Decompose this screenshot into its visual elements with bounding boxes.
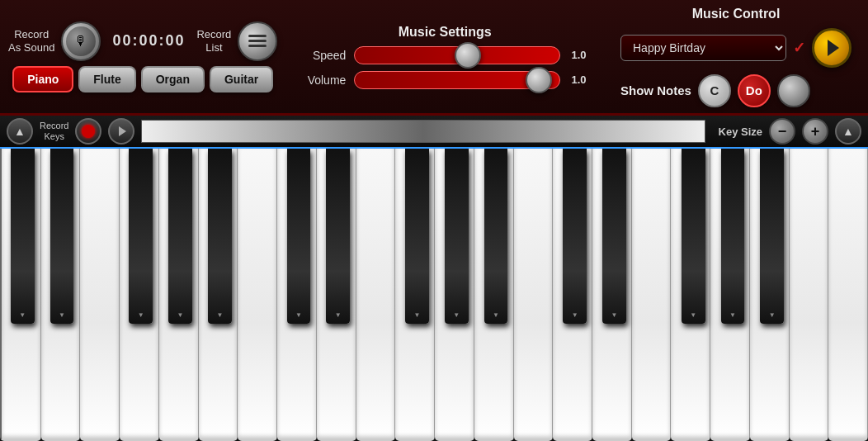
black-key-arrow-icon: ▼ <box>19 311 26 319</box>
black-key-arrow-icon: ▼ <box>493 311 499 319</box>
black-key-13[interactable]: ▼ <box>721 149 745 324</box>
black-key-11[interactable]: ▼ <box>602 149 626 324</box>
black-key-7[interactable]: ▼ <box>405 149 429 324</box>
volume-label: Volume <box>300 74 346 87</box>
record-keys-label: Record Keys <box>40 121 68 142</box>
volume-slider-thumb[interactable] <box>526 67 552 93</box>
music-settings-title: Music Settings <box>399 25 492 40</box>
list-icon <box>248 35 267 47</box>
top-buttons: Record As Sound 🎙 00:00:00 Record List <box>8 21 277 61</box>
record-list-label: Record List <box>196 28 231 54</box>
black-key-1[interactable]: ▼ <box>50 149 74 324</box>
white-key-2[interactable] <box>80 149 120 441</box>
flute-button[interactable]: Flute <box>78 66 135 92</box>
speed-slider-thumb[interactable] <box>455 42 481 69</box>
black-key-2[interactable]: ▼ <box>129 149 153 324</box>
speed-slider-row: Speed 1.0 <box>300 46 589 64</box>
black-key-6[interactable]: ▼ <box>326 149 350 324</box>
instrument-buttons: Piano Flute Organ Guitar <box>12 66 273 92</box>
play-button[interactable] <box>108 118 134 145</box>
speed-slider-track[interactable] <box>354 46 560 64</box>
black-key-9[interactable]: ▼ <box>484 149 508 324</box>
black-key-0[interactable]: ▼ <box>11 149 35 324</box>
microphone-icon: 🎙 <box>66 26 96 56</box>
key-size-increase-button[interactable]: + <box>802 118 828 145</box>
black-key-arrow-icon: ▼ <box>729 311 736 319</box>
black-key-arrow-icon: ▼ <box>572 311 578 319</box>
speed-value: 1.0 <box>568 49 589 61</box>
black-key-arrow-icon: ▼ <box>611 311 618 319</box>
black-key-arrow-icon: ▼ <box>177 311 184 319</box>
left-controls: Record As Sound 🎙 00:00:00 Record List P… <box>8 21 277 92</box>
black-key-12[interactable]: ▼ <box>682 149 705 324</box>
black-key-arrow-icon: ▼ <box>59 311 65 319</box>
volume-slider-track[interactable] <box>354 71 560 89</box>
black-key-arrow-icon: ▼ <box>216 311 223 319</box>
speed-label: Speed <box>300 49 346 62</box>
bottom-section: ▼▼▼▼▼▼▼▼▼▼▼▼▼▼▼ <box>0 149 868 441</box>
black-key-14[interactable]: ▼ <box>760 149 784 324</box>
mini-keyboard-display <box>141 120 705 143</box>
black-key-arrow-icon: ▼ <box>295 311 302 319</box>
checkmark-icon: ✓ <box>793 39 805 57</box>
record-button[interactable] <box>75 118 101 145</box>
black-key-4[interactable]: ▼ <box>208 149 232 324</box>
record-dot-icon <box>82 125 95 138</box>
black-key-5[interactable]: ▼ <box>287 149 311 324</box>
record-as-sound-button[interactable]: 🎙 <box>61 21 101 61</box>
white-key-13[interactable] <box>514 149 554 441</box>
white-key-20[interactable] <box>790 149 829 441</box>
white-key-6[interactable] <box>238 149 277 441</box>
key-size-decrease-button[interactable]: − <box>769 118 795 145</box>
record-bar: ▲ Record Keys Key Size − + ▲ <box>0 116 868 149</box>
notes-knob[interactable] <box>777 74 810 107</box>
music-settings-panel: Music Settings Speed 1.0 Volume 1.0 <box>284 18 606 96</box>
black-key-10[interactable]: ▼ <box>563 149 587 324</box>
play-song-button[interactable] <box>812 28 851 68</box>
black-key-arrow-icon: ▼ <box>413 311 420 319</box>
song-selector[interactable]: Happy Birtday <box>620 35 786 61</box>
black-key-8[interactable]: ▼ <box>445 149 469 324</box>
black-key-3[interactable]: ▼ <box>168 149 192 324</box>
volume-value: 1.0 <box>568 74 589 86</box>
scroll-right-button[interactable]: ▲ <box>835 118 861 145</box>
organ-button[interactable]: Organ <box>141 66 205 92</box>
song-row: Happy Birtday ✓ <box>620 28 851 68</box>
black-key-arrow-icon: ▼ <box>769 311 776 319</box>
music-control-panel: Music Control Happy Birtday ✓ Show Notes… <box>612 0 860 114</box>
black-key-arrow-icon: ▼ <box>453 311 460 319</box>
note-c-button[interactable]: C <box>698 74 731 107</box>
show-notes-row: Show Notes C Do <box>620 74 810 107</box>
black-key-arrow-icon: ▼ <box>138 311 144 319</box>
white-key-9[interactable] <box>356 149 396 441</box>
show-notes-label: Show Notes <box>620 83 691 97</box>
record-list-button[interactable] <box>238 21 277 61</box>
black-key-arrow-icon: ▼ <box>335 311 342 319</box>
top-bar: Record As Sound 🎙 00:00:00 Record List P… <box>0 0 868 116</box>
key-size-label: Key Size <box>712 126 762 138</box>
white-key-21[interactable] <box>828 149 868 441</box>
play-small-icon <box>119 126 126 136</box>
music-control-title: Music Control <box>692 7 781 21</box>
white-key-16[interactable] <box>632 149 672 441</box>
record-as-sound-label: Record As Sound <box>8 28 54 54</box>
black-key-arrow-icon: ▼ <box>690 311 696 319</box>
guitar-button[interactable]: Guitar <box>210 66 273 92</box>
volume-slider-row: Volume 1.0 <box>300 71 589 89</box>
timer-display: 00:00:00 <box>107 32 190 50</box>
piano-button[interactable]: Piano <box>12 66 73 92</box>
play-icon <box>828 40 839 56</box>
piano-keyboard[interactable]: ▼▼▼▼▼▼▼▼▼▼▼▼▼▼▼ <box>0 149 868 441</box>
note-do-button[interactable]: Do <box>738 74 771 107</box>
scroll-up-button[interactable]: ▲ <box>7 118 33 145</box>
